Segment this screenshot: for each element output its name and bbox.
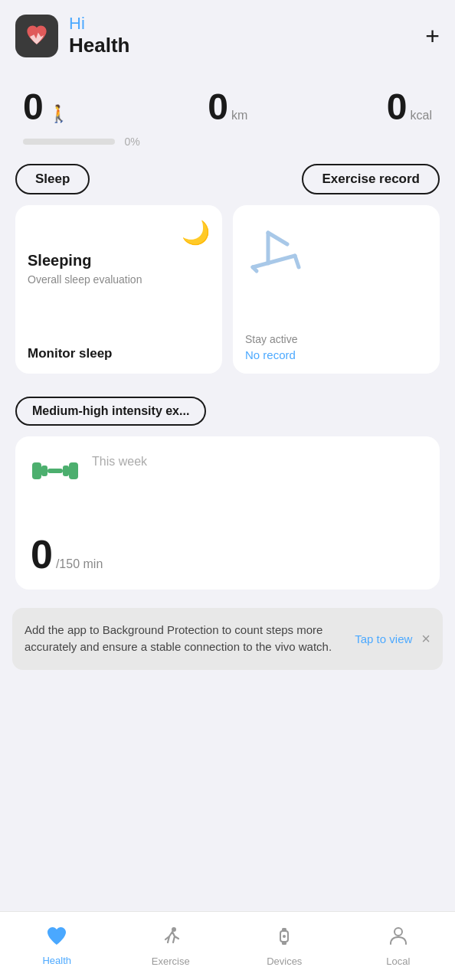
add-button[interactable]: + (425, 24, 440, 48)
header-left: Hi Health (15, 14, 129, 58)
nav-item-health[interactable]: Health (0, 926, 114, 966)
sleep-card-title: Sleeping (28, 252, 210, 270)
svg-rect-7 (47, 469, 63, 473)
dumbbell-icon-container (31, 452, 80, 493)
exercise-card-stay-active: Stay active (245, 333, 427, 345)
sleep-card-icon-row: 🌙 (28, 219, 210, 246)
svg-line-1 (268, 233, 287, 244)
progress-section: 0% (0, 126, 455, 164)
local-nav-icon (388, 926, 409, 952)
stats-row: 0 🚶 0 km 0 kcal (0, 66, 455, 126)
svg-point-14 (283, 935, 286, 938)
workout-value: 0 (31, 534, 53, 574)
intensity-section: Medium-high intensity ex... (0, 397, 455, 426)
workout-unit: /150 min (56, 557, 103, 571)
exercise-nav-icon (160, 926, 182, 952)
svg-rect-6 (41, 466, 47, 476)
background-protection-banner: Add the app to Background Protection to … (12, 608, 443, 670)
workout-top: This week (31, 452, 424, 493)
exercise-record-button[interactable]: Exercise record (302, 164, 440, 194)
svg-line-3 (295, 256, 299, 267)
banner-text: Add the app to Background Protection to … (25, 622, 345, 656)
distance-unit: km (231, 109, 247, 122)
progress-percent: 0% (124, 136, 139, 148)
sleep-card-bottom: Monitor sleep (28, 346, 210, 361)
devices-nav-label: Devices (267, 956, 302, 967)
svg-rect-5 (32, 462, 41, 479)
banner-right: Tap to view × (355, 630, 430, 648)
svg-line-2 (253, 256, 295, 267)
workout-stat-row: 0 /150 min (31, 534, 424, 574)
health-nav-label: Health (42, 955, 71, 966)
treadmill-icon (245, 225, 427, 282)
calories-unit: kcal (411, 109, 432, 122)
nav-item-local[interactable]: Local (342, 926, 456, 967)
header-hi: Hi (69, 14, 129, 34)
svg-rect-13 (282, 941, 286, 945)
sleep-card[interactable]: 🌙 Sleeping Overall sleep evaluation Moni… (15, 205, 222, 374)
close-banner-button[interactable]: × (421, 630, 430, 648)
distance-stat: 0 km (208, 89, 247, 126)
header: Hi Health + (0, 0, 455, 66)
svg-rect-8 (63, 466, 69, 476)
section-buttons: Sleep Exercise record (0, 164, 455, 194)
calories-value: 0 (387, 89, 408, 126)
header-titles: Hi Health (69, 14, 129, 58)
steps-value: 0 (23, 89, 44, 126)
sleep-button[interactable]: Sleep (15, 164, 90, 194)
exercise-card[interactable]: Stay active No record (233, 205, 440, 374)
sleep-card-subtitle: Overall sleep evaluation (28, 273, 210, 288)
svg-rect-9 (69, 462, 78, 479)
distance-value: 0 (208, 89, 228, 126)
tap-to-view-button[interactable]: Tap to view (355, 632, 412, 645)
local-nav-label: Local (386, 956, 410, 967)
steps-stat: 0 🚶 (23, 89, 69, 126)
svg-line-4 (253, 267, 257, 271)
exercise-nav-label: Exercise (152, 956, 190, 967)
app-logo (15, 15, 58, 57)
nav-item-exercise[interactable]: Exercise (114, 926, 228, 967)
health-nav-icon (46, 926, 67, 952)
workout-week-label: This week (92, 452, 147, 469)
intensity-button[interactable]: Medium-high intensity ex... (15, 397, 206, 426)
progress-bar-bg (23, 139, 115, 145)
moon-icon: 🌙 (182, 219, 210, 246)
nav-item-devices[interactable]: Devices (228, 926, 342, 967)
devices-nav-icon (273, 926, 295, 952)
header-health-title: Health (69, 34, 129, 57)
calories-stat: 0 kcal (387, 89, 432, 126)
walk-icon: 🚶 (48, 104, 69, 124)
bottom-nav: Health Exercise Devices (0, 911, 455, 980)
cards-row: 🌙 Sleeping Overall sleep evaluation Moni… (0, 205, 455, 374)
workout-card[interactable]: This week 0 /150 min (15, 436, 440, 590)
svg-point-15 (394, 928, 402, 936)
exercise-card-no-record: No record (245, 348, 427, 361)
svg-rect-12 (282, 928, 286, 932)
